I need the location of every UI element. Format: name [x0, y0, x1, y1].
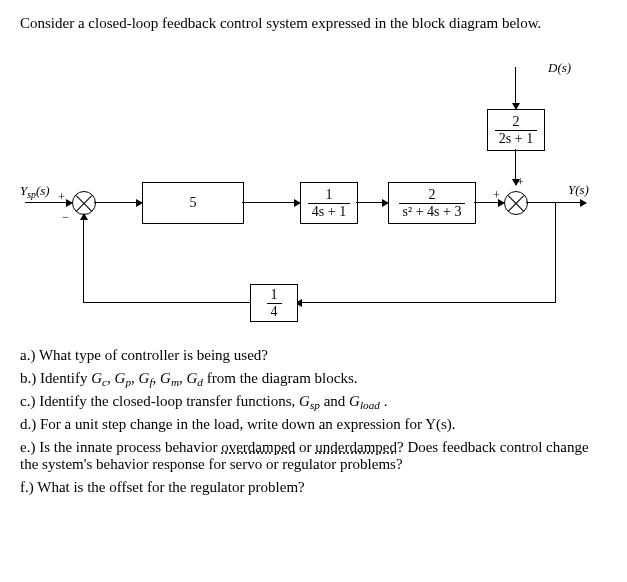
- line-to-controller: [94, 202, 142, 203]
- valve-num: 1: [322, 187, 337, 202]
- sign-plus-2: +: [517, 175, 524, 190]
- question-d: d.) For a unit step change in the load, …: [20, 416, 607, 433]
- process-num: 2: [424, 187, 439, 202]
- summing-junction-2: [504, 191, 528, 215]
- feedback-h-right: [296, 302, 556, 303]
- line-dist-to-sum2: [515, 149, 516, 185]
- feedback-h-left: [83, 302, 250, 303]
- summing-junction-1: [72, 191, 96, 215]
- intro-text: Consider a closed-loop feedback control …: [20, 15, 607, 32]
- sign-minus: −: [62, 210, 69, 225]
- disturbance-label: D(s): [548, 60, 571, 76]
- valve-den: 4s + 1: [308, 203, 350, 219]
- sign-plus-3: +: [493, 188, 500, 203]
- question-c: c.) Identify the closed-loop transfer fu…: [20, 393, 607, 410]
- disturbance-block: 2 2s + 1: [487, 109, 545, 151]
- meas-den: 4: [267, 303, 282, 319]
- question-a: a.) What type of controller is being use…: [20, 347, 607, 364]
- controller-block: 5: [142, 182, 244, 224]
- feedback-up: [83, 214, 84, 303]
- dist-den: 2s + 1: [495, 130, 537, 146]
- measurement-block: 1 4: [250, 284, 298, 322]
- question-e: e.) Is the innate process behavior overd…: [20, 439, 607, 473]
- block-diagram: D(s) 2 2s + 1 Ysp(s) + − 5 1 4s + 1 2: [20, 42, 607, 332]
- valve-block: 1 4s + 1: [300, 182, 358, 224]
- setpoint-label: Ysp(s): [20, 183, 50, 199]
- question-b: b.) Identify Gc, Gp, Gf, Gm, Gd from the…: [20, 370, 607, 387]
- question-f: f.) What is the offset for the regulator…: [20, 479, 607, 496]
- process-den: s² + 4s + 3: [399, 203, 466, 219]
- meas-num: 1: [267, 287, 282, 302]
- dist-num: 2: [509, 114, 524, 129]
- sign-plus-1: +: [58, 190, 65, 205]
- line-valve-process: [356, 202, 388, 203]
- output-label: Y(s): [568, 182, 589, 198]
- line-d-in: [515, 67, 516, 109]
- process-block: 2 s² + 4s + 3: [388, 182, 476, 224]
- line-output: [526, 202, 586, 203]
- line-controller-valve: [242, 202, 300, 203]
- feedback-down: [555, 202, 556, 302]
